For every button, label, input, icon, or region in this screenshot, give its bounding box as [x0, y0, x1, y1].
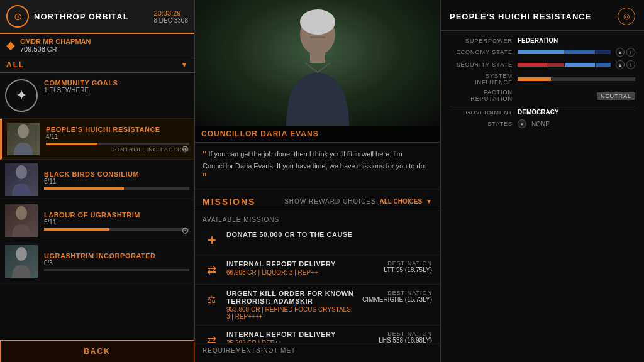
community-goals-info: COMMUNITY GOALS 1 ELSEWHERE. — [44, 79, 189, 94]
center-panel: COUNCILLOR DARIA EVANS " If you can get … — [195, 0, 440, 362]
faction-item-1[interactable]: PEOPLE'S HUICHI RESISTANCE 4/11 CONTROLL… — [0, 119, 194, 160]
influence-label: SYSTEM INFLUENCE — [450, 73, 513, 85]
filter-arrow-icon: ▼ — [180, 60, 188, 69]
faction-item-2[interactable]: BLACK BIRDS CONSILIUM 6/11 — [0, 160, 194, 200]
neutral-badge: NEUTRAL — [597, 92, 635, 100]
superpower-value: FEDERATION — [518, 37, 558, 44]
stats-divider — [450, 106, 635, 106]
station-info: ⊙ NORTHROP ORBITAL — [6, 5, 129, 28]
government-value: DEMOCRACY — [518, 109, 559, 116]
progress-bar-container-4 — [44, 269, 189, 272]
available-missions-label: AVAILABLE MISSIONS — [195, 211, 440, 226]
reward-choices-value: ALL CHOICES — [379, 198, 422, 205]
mission-destination-4: DESTINATION LHS 538 (16.98LY) — [369, 331, 432, 343]
mission-name-3: URGENT KILL ORDER FOR KNOWN TERRORIST: A… — [226, 290, 356, 305]
filter-bar[interactable]: ALL ▼ — [0, 57, 194, 73]
states-row: STATES ● NONE — [450, 119, 635, 128]
faction-info-1: PEOPLE'S HUICHI RESISTANCE 4/11 CONTROLL… — [46, 126, 189, 153]
government-row: GOVERNMENT DEMOCRACY — [450, 109, 635, 116]
faction-badge-3: ⚙ — [181, 226, 189, 236]
mission-item-4[interactable]: ⇄ INTERNAL REPORT DELIVERY 25,292 CR | R… — [195, 326, 440, 343]
back-button[interactable]: BACK — [0, 340, 194, 362]
reward-choices[interactable]: SHOW REWARD CHOICES ALL CHOICES ▼ — [284, 198, 432, 205]
faction-score-4: 0/3 — [44, 260, 189, 266]
security-info-icon[interactable]: i — [626, 60, 635, 69]
station-header: ⊙ NORTHROP ORBITAL 20:33:29 8 DEC 3308 — [0, 0, 194, 34]
faction-avatar-4 — [5, 245, 38, 278]
requirements-label: REQUIREMENTS NOT MET — [195, 343, 440, 358]
svg-point-5 — [300, 9, 335, 35]
economy-icons: ▲ i — [616, 48, 635, 57]
states-toggle-indicator: ● — [521, 121, 524, 127]
faction-item-4[interactable]: UGRASHTRIM INCORPORATED 0/3 — [0, 241, 194, 282]
faction-badge-1: ⚙ — [181, 144, 189, 154]
faction-info-4: UGRASHTRIM INCORPORATED 0/3 — [44, 252, 189, 272]
mission-delivery-icon-2: ⇄ — [203, 332, 220, 343]
government-label: GOVERNMENT — [450, 109, 513, 116]
faction-avatar-3 — [5, 204, 38, 237]
faction-info-2: BLACK BIRDS CONSILIUM 6/11 — [44, 170, 189, 190]
missions-header: MISSIONS SHOW REWARD CHOICES ALL CHOICES… — [195, 190, 440, 211]
mission-item-1[interactable]: ✚ DONATE 50,000 CR TO THE CAUSE — [195, 226, 440, 255]
influence-row: SYSTEM INFLUENCE — [450, 73, 635, 85]
close-quote-icon: " — [203, 172, 206, 184]
states-toggle-icon[interactable]: ● — [518, 119, 526, 128]
station-name: NORTHROP ORBITAL — [34, 12, 129, 21]
dest-label-2: DESTINATION — [369, 260, 432, 266]
npc-portrait — [195, 0, 440, 126]
station-time: 20:33:29 — [154, 9, 188, 17]
security-icons: ▲ i — [616, 60, 635, 69]
mission-details-2: INTERNAL REPORT DELIVERY 66,908 CR | LIQ… — [226, 260, 363, 276]
station-name-block: NORTHROP ORBITAL — [34, 12, 129, 21]
progress-bar-container-3 — [44, 228, 189, 231]
faction-avatar-1 — [7, 123, 40, 155]
mission-name-4: INTERNAL REPORT DELIVERY — [226, 331, 363, 338]
dest-value-4: LHS 538 (16.98LY) — [369, 337, 432, 343]
cmdr-credits: 709,508 CR — [20, 45, 91, 53]
progress-bar-container-1 — [46, 143, 189, 145]
economy-label: ECONOMY STATE — [450, 49, 513, 55]
svg-point-3 — [16, 247, 27, 261]
cmdr-name: CMDR MR CHAPMAN — [20, 38, 91, 45]
dest-value-2: LTT 95 (18.75LY) — [369, 266, 432, 273]
mission-details-1: DONATE 50,000 CR TO THE CAUSE — [226, 231, 432, 238]
superpower-label: SUPERPOWER — [450, 38, 513, 44]
mission-item-2[interactable]: ⇄ INTERNAL REPORT DELIVERY 66,908 CR | L… — [195, 255, 440, 285]
faction-name-2: BLACK BIRDS CONSILIUM — [44, 170, 189, 178]
mission-details-3: URGENT KILL ORDER FOR KNOWN TERRORIST: A… — [226, 290, 356, 320]
mission-destination-3: DESTINATION CIMMERIGHE (15.73LY) — [362, 290, 432, 303]
security-up-icon[interactable]: ▲ — [616, 60, 625, 69]
reward-choices-arrow-icon: ▼ — [426, 198, 432, 205]
mission-reward-4: 25,292 CR | REP++ — [226, 339, 363, 343]
svg-rect-6 — [310, 52, 325, 63]
mission-reward-2: 66,908 CR | LIQUOR: 3 | REP++ — [226, 269, 363, 276]
progress-bar-3 — [44, 228, 109, 231]
security-row: SECURITY STATE ▲ i — [450, 60, 635, 69]
mission-item-3[interactable]: ⚖ URGENT KILL ORDER FOR KNOWN TERRORIST:… — [195, 285, 440, 326]
community-goals-item[interactable]: ✦ COMMUNITY GOALS 1 ELSEWHERE. — [0, 73, 194, 119]
svg-point-2 — [16, 206, 27, 220]
faction-name-3: LABOUR OF UGRASHTRIM — [44, 211, 189, 219]
star-icon: ✦ — [16, 87, 27, 104]
progress-bar-container-2 — [44, 187, 189, 190]
npc-name-bar: COUNCILLOR DARIA EVANS — [195, 126, 440, 143]
faction-header-compass-icon: ◎ — [618, 8, 635, 25]
economy-info-icon[interactable]: i — [626, 48, 635, 57]
station-date: 8 DEC 3308 — [154, 17, 188, 24]
mission-destination-2: DESTINATION LTT 95 (18.75LY) — [369, 260, 432, 273]
mission-kill-icon: ⚖ — [203, 291, 220, 309]
faction-item-3[interactable]: LABOUR OF UGRASHTRIM 5/11 ⚙ — [0, 200, 194, 241]
faction-avatar-2 — [5, 163, 38, 196]
economy-up-icon[interactable]: ▲ — [616, 48, 625, 57]
right-faction-name: PEOPLE'S HUICHI RESISTANCE — [450, 12, 591, 21]
faction-info-3: LABOUR OF UGRASHTRIM 5/11 — [44, 211, 189, 231]
missions-title: MISSIONS — [203, 197, 255, 207]
mission-donate-icon: ✚ — [203, 232, 220, 250]
economy-bar — [518, 50, 611, 54]
faction-list: ✦ COMMUNITY GOALS 1 ELSEWHERE. PEOPLE'S … — [0, 73, 194, 340]
cmdr-info: ◆ CMDR MR CHAPMAN 709,508 CR — [6, 38, 188, 53]
npc-quote-text: If you can get the job done, then I thin… — [203, 150, 426, 170]
reputation-label: FACTION REPUTATION — [450, 89, 513, 102]
controlling-label-1: CONTROLLING FACTION — [46, 146, 189, 153]
mission-delivery-icon-1: ⇄ — [203, 261, 220, 279]
